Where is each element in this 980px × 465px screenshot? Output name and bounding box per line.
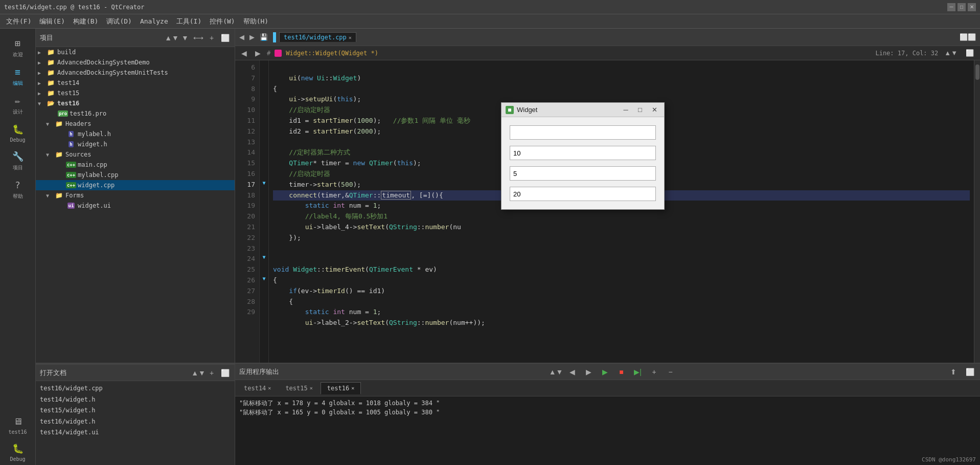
sidebar-item-project[interactable]: 🔧 项目 bbox=[3, 146, 33, 174]
app-add-button[interactable]: + bbox=[648, 366, 660, 378]
app-sort-button[interactable]: ▲▼ bbox=[550, 366, 562, 378]
tree-item-test16pro[interactable]: pro test16.pro bbox=[36, 108, 235, 119]
tree-item-test15[interactable]: ▶ 📁 test15 bbox=[36, 88, 235, 98]
fold-17[interactable]: ▼ bbox=[260, 178, 268, 188]
app-expand-button[interactable]: ⬆ bbox=[947, 366, 960, 378]
fold-26[interactable]: ▼ bbox=[260, 273, 268, 284]
line-up-button[interactable]: ▲▼ bbox=[942, 47, 960, 60]
tree-item-headers[interactable]: ▼ 📁 Headers bbox=[36, 119, 235, 129]
forward-button[interactable]: ▶ bbox=[247, 31, 257, 44]
tree-item-mylabelcpp[interactable]: c++ mylabel.cpp bbox=[36, 170, 235, 180]
sidebar: ⊞ 欢迎 ≡ 编辑 ✏ 设计 🐛 Debug 🔧 项目 ? 帮助 🖥 test1… bbox=[0, 29, 36, 465]
menu-item-7[interactable]: 帮助(H) bbox=[239, 15, 272, 28]
expand-button[interactable]: ⬜ bbox=[964, 47, 976, 60]
menu-item-2[interactable]: 构建(B) bbox=[69, 15, 102, 28]
open-docs-add-button[interactable]: + bbox=[206, 367, 217, 379]
nav-forward-button[interactable]: ▶ bbox=[253, 47, 263, 60]
save-button[interactable]: 💾 bbox=[258, 31, 270, 44]
open-docs-collapse-button[interactable]: ⬜ bbox=[219, 367, 231, 379]
menu-item-1[interactable]: 编辑(E) bbox=[35, 15, 69, 28]
app-nav-forward-button[interactable]: ▶ bbox=[583, 366, 595, 378]
project-filter-button[interactable]: ▼ bbox=[179, 32, 191, 43]
widget-dialog-icon: ■ bbox=[506, 106, 514, 114]
sidebar-item-debug-bottom[interactable]: 🐛 Debug bbox=[3, 438, 33, 465]
line-numbers: 6 7 8 9 10 11 12 13 14 15 16 17 18 19 bbox=[235, 60, 260, 363]
widget-input-1[interactable] bbox=[510, 125, 656, 140]
split-button[interactable]: ⬜⬜ bbox=[958, 31, 978, 44]
tree-item-sources[interactable]: ▼ 📁 Sources bbox=[36, 149, 235, 160]
minimize-button[interactable]: ─ bbox=[947, 3, 955, 11]
arrow-forms: ▼ bbox=[46, 193, 54, 198]
tab-test16-close[interactable]: ✕ bbox=[351, 385, 354, 391]
doc-item-3[interactable]: test16/widget.h bbox=[40, 416, 231, 428]
project-collapse-button[interactable]: ⬜ bbox=[219, 32, 231, 43]
item-headers-label: Headers bbox=[65, 120, 92, 127]
nav-back-button[interactable]: ◀ bbox=[239, 47, 249, 60]
sidebar-item-edit[interactable]: ≡ 编辑 bbox=[3, 61, 33, 90]
arrow-test16: ▼ bbox=[38, 101, 46, 106]
menu-item-5[interactable]: 工具(I) bbox=[172, 15, 206, 28]
tab-test14-close[interactable]: ✕ bbox=[268, 385, 271, 391]
widget-minimize-button[interactable]: ─ bbox=[620, 105, 631, 115]
menu-item-6[interactable]: 控件(W) bbox=[206, 15, 239, 28]
open-docs-title: 打开文档 bbox=[40, 368, 191, 378]
tree-item-ads-unit[interactable]: ▶ 📁 AdvancedDockingSystemUnitTests bbox=[36, 68, 235, 78]
menu-item-4[interactable]: Analyze bbox=[136, 15, 172, 27]
sidebar-item-help[interactable]: ? 帮助 bbox=[3, 174, 33, 203]
tree-item-build[interactable]: ▶ 📁 build bbox=[36, 47, 235, 57]
sidebar-item-design[interactable]: ✏ 设计 bbox=[3, 90, 33, 119]
sidebar-item-welcome[interactable]: ⊞ 欢迎 bbox=[3, 33, 33, 61]
fold-21 bbox=[260, 220, 268, 231]
line-9: //启动定时器 bbox=[273, 106, 330, 114]
open-docs-header: 打开文档 ▲▼ + ⬜ bbox=[36, 365, 235, 381]
tree-item-maincpp[interactable]: c++ main.cpp bbox=[36, 160, 235, 170]
menu-item-3[interactable]: 调试(D) bbox=[102, 15, 135, 28]
doc-item-4[interactable]: test14/widget.ui bbox=[40, 427, 231, 438]
maximize-button[interactable]: □ bbox=[958, 3, 966, 11]
tab-test16[interactable]: test16 ✕ bbox=[321, 382, 361, 394]
project-add-button[interactable]: + bbox=[206, 32, 217, 43]
app-run-button[interactable]: ▶ bbox=[599, 366, 611, 378]
widget-close-button[interactable]: ✕ bbox=[649, 105, 660, 115]
back-button[interactable]: ◀ bbox=[237, 31, 246, 44]
linenum-14: 14 bbox=[235, 147, 255, 158]
doc-item-1[interactable]: test14/widget.h bbox=[40, 394, 231, 406]
menu-item-0[interactable]: 文件(F) bbox=[2, 15, 35, 28]
project-up-button[interactable]: ▲▼ bbox=[166, 32, 177, 43]
app-step-button[interactable]: ▶| bbox=[632, 366, 644, 378]
tree-item-ads-demo[interactable]: ▶ 📁 AdvancedDockingSystemDemo bbox=[36, 57, 235, 68]
tab-test15[interactable]: test15 ✕ bbox=[279, 382, 319, 394]
item-test16pro-label: test16.pro bbox=[70, 110, 106, 117]
widget-input-3[interactable] bbox=[510, 166, 656, 181]
fold-9 bbox=[260, 92, 268, 103]
widget-input-2[interactable] bbox=[510, 146, 656, 160]
file-tab[interactable]: test16/widget.cpp ✕ bbox=[279, 32, 356, 42]
tab-test15-close[interactable]: ✕ bbox=[310, 385, 313, 391]
file-tab-close[interactable]: ✕ bbox=[349, 35, 352, 40]
vertical-scrollbar[interactable] bbox=[974, 60, 980, 363]
tree-item-test14[interactable]: ▶ 📁 test14 bbox=[36, 78, 235, 88]
tree-item-widgetcpp[interactable]: c++ widget.cpp bbox=[36, 180, 235, 190]
scrollbar-thumb[interactable] bbox=[975, 64, 979, 80]
tree-item-mylabelh[interactable]: h mylabel.h bbox=[36, 129, 235, 139]
tab-test14[interactable]: test14 ✕ bbox=[237, 382, 278, 394]
tree-item-test16[interactable]: ▼ 📂 test16 bbox=[36, 98, 235, 108]
tree-item-widgetui[interactable]: ui widget.ui bbox=[36, 201, 235, 211]
open-docs-sort-button[interactable]: ▲▼ bbox=[193, 367, 204, 379]
fold-24[interactable]: ▼ bbox=[260, 252, 268, 262]
sidebar-item-debug-top[interactable]: 🐛 Debug bbox=[3, 119, 33, 146]
tree-item-widgeth[interactable]: h widget.h bbox=[36, 139, 235, 149]
close-button[interactable]: ✕ bbox=[968, 3, 976, 11]
doc-item-0[interactable]: test16/widget.cpp bbox=[40, 383, 231, 394]
app-stop-button[interactable]: ■ bbox=[616, 366, 628, 378]
widget-input-4[interactable] bbox=[510, 187, 656, 201]
window-title: test16/widget.cpp @ test16 - QtCreator bbox=[4, 4, 947, 11]
app-fullscreen-button[interactable]: ⬜ bbox=[964, 366, 976, 378]
widget-maximize-button[interactable]: □ bbox=[634, 105, 646, 115]
sidebar-item-test16[interactable]: 🖥 test16 bbox=[3, 411, 33, 438]
app-nav-back-button[interactable]: ◀ bbox=[566, 366, 579, 378]
project-sync-button[interactable]: ⟷ bbox=[193, 32, 204, 43]
app-remove-button[interactable]: − bbox=[665, 366, 677, 378]
tree-item-forms[interactable]: ▼ 📁 Forms bbox=[36, 190, 235, 201]
doc-item-2[interactable]: test15/widget.h bbox=[40, 405, 231, 416]
